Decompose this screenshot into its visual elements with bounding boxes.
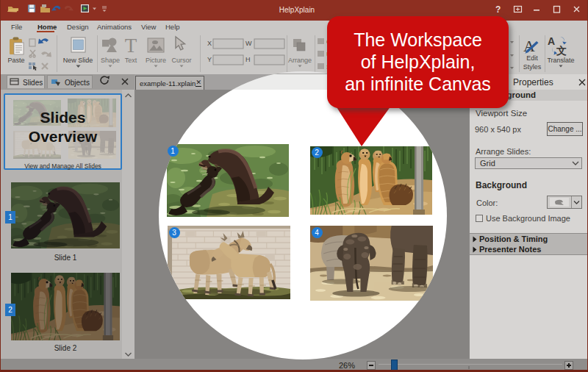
svg-text:Text: Text [125, 57, 137, 64]
svg-text:H: H [245, 56, 251, 63]
svg-text:Edit: Edit [526, 54, 538, 62]
svg-text:Styles: Styles [523, 63, 542, 71]
svg-text:Paste: Paste [7, 57, 24, 64]
svg-text:文: 文 [556, 45, 567, 57]
svg-text:W: W [245, 40, 252, 47]
svg-text:Translate: Translate [547, 57, 574, 64]
svg-text:T: T [125, 35, 137, 57]
svg-text:Picture: Picture [146, 57, 166, 64]
svg-text:Shape: Shape [101, 57, 120, 64]
svg-text:?: ? [495, 4, 501, 15]
svg-text:A: A [548, 35, 555, 47]
svg-text:Y: Y [207, 56, 212, 63]
svg-text:Arrange: Arrange [288, 57, 312, 64]
svg-text:X: X [207, 40, 212, 47]
svg-text:New Slide: New Slide [63, 57, 93, 64]
svg-text:Cursor: Cursor [171, 57, 191, 64]
